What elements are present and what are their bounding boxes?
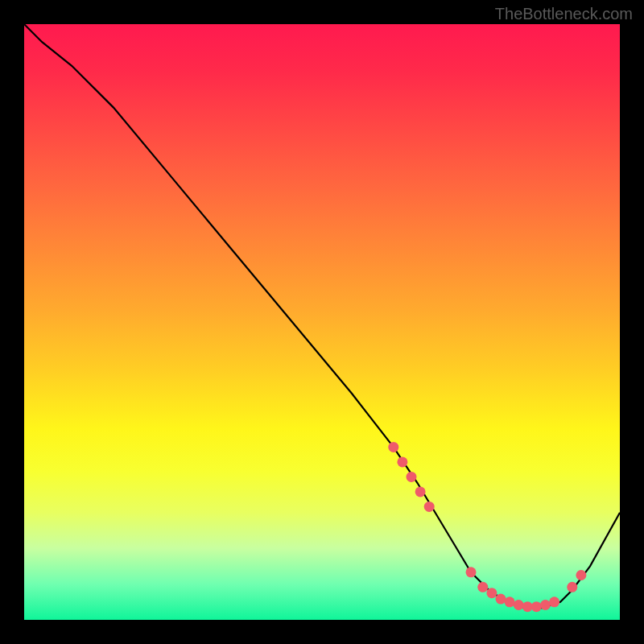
data-point [522, 601, 533, 612]
data-point [388, 442, 398, 452]
data-point [576, 570, 586, 580]
data-point [540, 600, 551, 610]
watermark-text: TheBottleneck.com [495, 5, 633, 23]
chart-svg [24, 24, 620, 620]
data-point [505, 597, 515, 607]
data-point [466, 567, 477, 577]
data-point [496, 594, 506, 605]
data-point [424, 502, 435, 512]
data-point [407, 472, 417, 482]
bottleneck-curve [24, 24, 620, 608]
data-point [567, 582, 577, 592]
data-point [477, 582, 488, 592]
data-markers [388, 442, 586, 612]
data-point [486, 588, 497, 598]
data-point [514, 600, 524, 610]
data-point [415, 486, 426, 497]
data-point [531, 601, 542, 612]
data-point [397, 456, 407, 467]
data-point [549, 597, 559, 607]
